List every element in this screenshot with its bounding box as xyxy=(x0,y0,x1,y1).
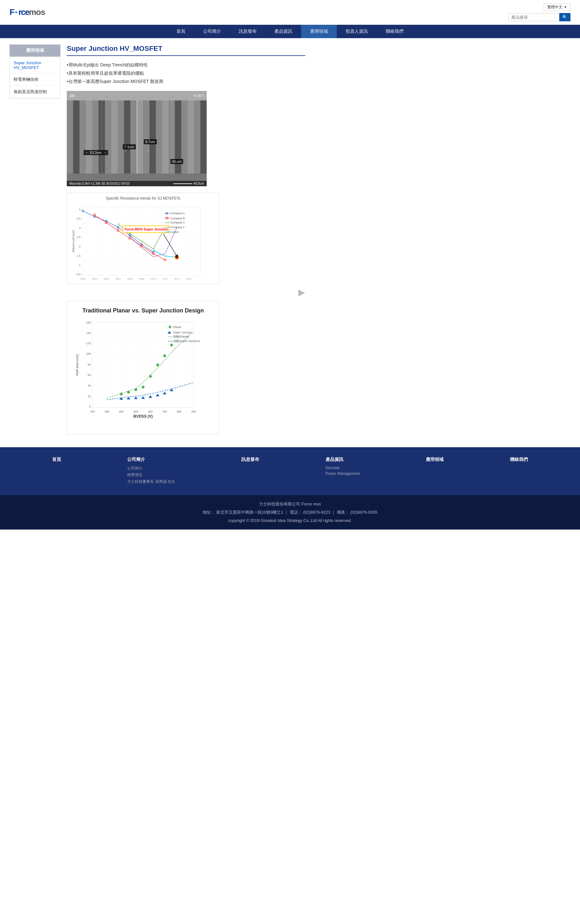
svg-text:2006: 2006 xyxy=(127,278,132,280)
lang-label: 繁體中文 xyxy=(547,5,562,10)
footer-about-link-1[interactable]: 公司簡介 xyxy=(127,466,175,471)
footer-col-applications: 應用領域 xyxy=(426,457,443,486)
sidebar-item-ev[interactable]: 輕電車輛技術 xyxy=(10,74,60,86)
svg-text:2.5: 2.5 xyxy=(77,235,81,239)
chart1-title: Specific Resistance trends for SJ MOSFET… xyxy=(72,196,214,201)
svg-text:0.5: 0.5 xyxy=(77,273,81,276)
svg-text:×: × xyxy=(168,230,170,233)
svg-text:指數(Planar): 指數(Planar) xyxy=(173,335,189,339)
svg-text:40: 40 xyxy=(88,384,91,387)
logo[interactable]: F ✦ rce mos xyxy=(10,7,45,17)
footer-col-news: 訊息發布 xyxy=(241,457,259,486)
svg-text:Force-MOS Super Junction: Force-MOS Super Junction xyxy=(125,227,168,231)
svg-text:Company B: Company B xyxy=(170,217,185,220)
svg-text:200: 200 xyxy=(90,410,95,413)
svg-text:2008: 2008 xyxy=(138,278,144,280)
svg-text:900: 900 xyxy=(191,410,196,413)
svg-text:×: × xyxy=(165,254,166,258)
company-name: 力士科技股份有限公司 Force mos xyxy=(5,500,575,508)
svg-text:×: × xyxy=(168,221,170,224)
sidebar: 應用領域 Super Junction HV_MOSFET 輕電車輛技術 無刷直… xyxy=(10,44,61,441)
search-bar: 🔍 xyxy=(508,13,570,21)
svg-text:400: 400 xyxy=(119,410,124,413)
search-button[interactable]: 🔍 xyxy=(559,13,570,21)
lang-selector[interactable]: 繁體中文 ▼ xyxy=(544,3,570,11)
svg-text:BVDSS (V): BVDSS (V) xyxy=(133,414,153,419)
svg-text:Company C: Company C xyxy=(170,221,185,224)
svg-text:80: 80 xyxy=(88,363,91,366)
footer-products-title: 產品資訊 xyxy=(326,457,360,462)
footer-applications-title: 應用領域 xyxy=(426,457,443,462)
nav-about[interactable]: 公司簡介 xyxy=(194,25,230,38)
svg-text:指數(Super Junction): 指數(Super Junction) xyxy=(173,339,200,343)
svg-text:120: 120 xyxy=(86,342,91,345)
footer-col-about: 公司簡介 公司簡介 經營理念 力士科技董事長 張齊誠 先生 xyxy=(127,457,175,486)
svg-text:700: 700 xyxy=(162,410,167,413)
footer-bottom: 力士科技股份有限公司 Force mos 地址： 新北市五股區中興路一段10號9… xyxy=(0,495,580,529)
footer-contact-title: 聯絡我們 xyxy=(510,457,528,462)
svg-text:4: 4 xyxy=(79,208,81,211)
chevron-down-icon: ▼ xyxy=(564,5,567,9)
feature-3: •台灣第一家高壓Super Junction MOSFET 製造商 xyxy=(67,79,305,85)
svg-text:300: 300 xyxy=(105,410,109,413)
svg-text:800: 800 xyxy=(177,410,181,413)
microscope-image: ED P(-30°) ←53.3um→ 7.1um 9.7um 40.um ↔ xyxy=(67,91,207,186)
svg-text:1: 1 xyxy=(79,263,81,267)
svg-text:1.5: 1.5 xyxy=(77,254,81,258)
content-area: Super Junction HV_MOSFET •用Multi-Epi做出 D… xyxy=(67,44,305,441)
footer-col-contact: 聯絡我們 xyxy=(510,457,528,486)
svg-text:2004: 2004 xyxy=(115,278,121,280)
nav-contact[interactable]: 聯絡我們 xyxy=(377,25,412,38)
footer-about-link-3[interactable]: 力士科技董事長 張齊誠 先生 xyxy=(127,479,175,484)
svg-text:×: × xyxy=(141,239,143,243)
svg-text:2002: 2002 xyxy=(103,278,109,280)
search-input[interactable] xyxy=(508,13,559,21)
feature-2: •具有製程較簡單且超低導通電阻的優點 xyxy=(67,71,305,76)
chart1-svg: 4 3.5 3 2.5 2 1.5 1 0.5 1998 2000 2002 2… xyxy=(72,203,214,280)
svg-text:160: 160 xyxy=(86,321,91,324)
footer-col-products: 產品資訊 Discrete Power Management xyxy=(326,457,360,486)
footer-nav: 首頁 公司簡介 公司簡介 經營理念 力士科技董事長 張齊誠 先生 訊息發布 產品… xyxy=(0,447,580,495)
chart2-title: Traditional Planar vs. Super Junction De… xyxy=(73,307,213,314)
nav-investors[interactable]: 投資人資訊 xyxy=(337,25,377,38)
svg-text:RSP (mΩ·cm2): RSP (mΩ·cm2) xyxy=(75,354,79,376)
svg-text:2: 2 xyxy=(79,245,81,248)
svg-text:2012: 2012 xyxy=(162,278,168,280)
footer-products-discrete[interactable]: Discrete xyxy=(326,466,360,470)
footer-products-power[interactable]: Power Management xyxy=(326,471,360,476)
scroll-indicator: ▶ xyxy=(67,287,305,298)
sidebar-menu: Super Junction HV_MOSFET 輕電車輛技術 無刷直流馬達控制 xyxy=(10,57,61,99)
measure-40um: 40.um xyxy=(170,159,183,164)
sidebar-item-super-junction[interactable]: Super Junction HV_MOSFET xyxy=(10,57,60,74)
nav-applications[interactable]: 應用領域 xyxy=(301,25,337,38)
svg-text:100: 100 xyxy=(86,352,91,355)
footer-about-title: 公司簡介 xyxy=(127,457,175,462)
page-title: Super Junction HV_MOSFET xyxy=(67,44,305,56)
footer-news-title: 訊息發布 xyxy=(241,457,259,462)
svg-text:0: 0 xyxy=(89,405,91,408)
svg-text:—: — xyxy=(129,234,133,238)
svg-text:2010: 2010 xyxy=(150,278,156,280)
svg-text:×: × xyxy=(153,248,155,252)
copyright: copyright © 2019 Greatest Idea Strategy … xyxy=(5,516,575,525)
main-container: 應用領域 Super Junction HV_MOSFET 輕電車輛技術 無刷直… xyxy=(0,38,580,447)
footer-col-home: 首頁 xyxy=(52,457,61,486)
svg-text:Company F: Company F xyxy=(170,226,185,229)
chart1-container: Specific Resistance trends for SJ MOSFET… xyxy=(67,192,219,284)
svg-text:Company A: Company A xyxy=(170,212,185,215)
header: F ✦ rce mos 繁體中文 ▼ 🔍 xyxy=(0,0,580,25)
nav-news[interactable]: 訊息發布 xyxy=(230,25,265,38)
nav-products[interactable]: 產品資訊 xyxy=(265,25,301,38)
footer-about-link-2[interactable]: 經營理念 xyxy=(127,472,175,478)
sidebar-item-bldc[interactable]: 無刷直流馬達控制 xyxy=(10,86,60,98)
sidebar-title: 應用領域 xyxy=(10,44,61,57)
svg-text:3: 3 xyxy=(79,226,81,230)
measure-97um: 9.7um xyxy=(144,139,157,144)
svg-text:Super Junction: Super Junction xyxy=(173,331,193,334)
header-controls: 繁體中文 ▼ 🔍 xyxy=(508,3,570,21)
svg-text:60: 60 xyxy=(88,373,91,377)
feature-1: •用Multi-Epi做出 Deep Trench的結構特性 xyxy=(67,62,305,68)
feature-list: •用Multi-Epi做出 Deep Trench的結構特性 •具有製程較簡單且… xyxy=(67,62,305,85)
chart2-svg: 160 140 120 100 80 60 40 20 0 200 300 40… xyxy=(73,319,213,427)
nav-home[interactable]: 首頁 xyxy=(168,25,194,38)
